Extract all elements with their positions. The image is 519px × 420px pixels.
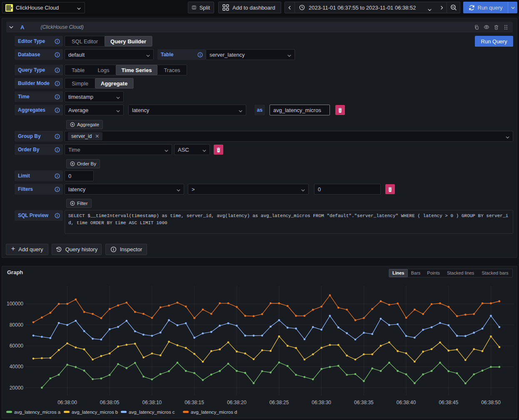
svg-text:06:38:25: 06:38:25: [269, 400, 289, 405]
svg-text:60000: 60000: [10, 343, 24, 349]
svg-text:06:38:05: 06:38:05: [100, 400, 120, 405]
svg-text:06:38:50: 06:38:50: [481, 400, 501, 405]
svg-text:80000: 80000: [10, 322, 24, 328]
svg-text:06:38:00: 06:38:00: [57, 400, 77, 405]
svg-text:06:38:30: 06:38:30: [312, 400, 331, 405]
svg-text:06:38:40: 06:38:40: [397, 400, 416, 405]
svg-text:06:38:45: 06:38:45: [439, 400, 458, 405]
svg-text:06:38:10: 06:38:10: [142, 400, 162, 405]
svg-text:06:38:35: 06:38:35: [354, 400, 374, 405]
svg-text:06:38:15: 06:38:15: [185, 400, 204, 405]
svg-text:06:38:20: 06:38:20: [227, 400, 247, 405]
svg-text:20000: 20000: [10, 385, 24, 391]
svg-text:100000: 100000: [7, 301, 23, 307]
svg-text:40000: 40000: [10, 364, 24, 370]
